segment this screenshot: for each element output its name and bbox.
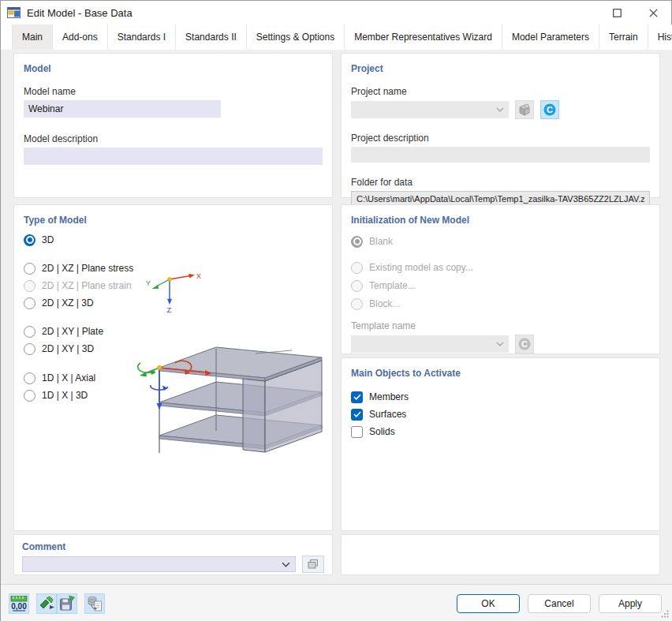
radio-circle — [351, 280, 363, 292]
comment-copy-button[interactable] — [302, 556, 324, 573]
maximize-button[interactable] — [599, 1, 635, 24]
checkbox-box — [351, 391, 363, 403]
model-name-label: Model name — [24, 86, 323, 97]
copy-from-model-button[interactable] — [84, 593, 105, 614]
project-heading: Project — [351, 63, 650, 74]
checkbox-members[interactable]: Members — [351, 390, 650, 404]
checkbox-surfaces[interactable]: Surfaces — [351, 407, 650, 421]
stamp-icon — [38, 595, 55, 612]
type-of-model-heading: Type of Model — [24, 215, 323, 226]
footer-bar: 0,00 — [1, 585, 672, 621]
set-as-default-button[interactable] — [36, 593, 57, 614]
project-archive-button — [515, 100, 534, 119]
main-objects-panel: Main Objects to Activate Members Surface… — [341, 357, 660, 531]
project-description-label: Project description — [351, 133, 650, 144]
project-name-dropdown — [351, 101, 509, 118]
model-heading: Model — [24, 63, 323, 74]
save-icon — [58, 595, 76, 612]
radio-circle — [351, 236, 363, 248]
project-manager-icon: C — [543, 103, 557, 117]
maximize-icon — [613, 9, 622, 17]
tab-standards-2[interactable]: Standards II — [176, 24, 247, 50]
checkbox-box — [351, 426, 363, 438]
svg-text:C: C — [547, 105, 553, 114]
tab-terrain[interactable]: Terrain — [599, 24, 648, 50]
comment-heading: Comment — [22, 541, 324, 552]
folder-for-data-label: Folder for data — [351, 177, 650, 188]
svg-text:X: X — [196, 272, 201, 280]
tab-standards-1[interactable]: Standards I — [108, 24, 176, 50]
radio-circle — [24, 372, 35, 384]
ok-button[interactable]: OK — [457, 594, 520, 613]
radio-circle — [351, 262, 363, 274]
window-title: Edit Model - Base Data — [27, 7, 133, 19]
svg-text:0,00: 0,00 — [11, 602, 27, 611]
checkbox-solids[interactable]: Solids — [351, 425, 650, 439]
type-of-model-panel: Type of Model 3D 2D | XZ | Plane stress … — [13, 204, 333, 531]
model-description-label: Model description — [24, 133, 323, 144]
radio-circle — [24, 390, 35, 402]
model-structure-illustration — [137, 336, 330, 456]
tab-add-ons[interactable]: Add-ons — [53, 24, 108, 50]
tab-main[interactable]: Main — [12, 24, 53, 50]
radio-circle — [24, 297, 35, 309]
model-description-input[interactable] — [24, 148, 323, 165]
cancel-button[interactable]: Cancel — [528, 594, 591, 613]
radio-circle — [24, 343, 35, 355]
resize-grip[interactable] — [661, 610, 669, 618]
template-name-dropdown — [351, 335, 509, 353]
radio-template: Template... — [351, 279, 650, 293]
radio-block: Block... — [351, 297, 650, 311]
template-manager-button: C — [515, 335, 534, 354]
close-button[interactable] — [635, 1, 671, 24]
app-icon — [7, 6, 21, 19]
svg-text:C: C — [521, 339, 528, 349]
tab-bar: Main Add-ons Standards I Standards II Se… — [1, 24, 671, 50]
template-name-label: Template name — [351, 320, 650, 331]
radio-circle — [24, 326, 35, 338]
save-as-template-button[interactable] — [57, 593, 77, 614]
units-settings-button[interactable]: 0,00 — [9, 593, 29, 614]
radio-circle — [24, 234, 35, 246]
comment-combobox[interactable] — [22, 556, 296, 572]
radio-circle — [24, 280, 35, 292]
tab-history[interactable]: History — [648, 24, 672, 50]
radio-circle — [24, 263, 35, 275]
database-copy-icon — [86, 595, 103, 612]
radio-blank: Blank — [351, 234, 650, 249]
close-icon — [649, 9, 658, 17]
initialization-heading: Initialization of New Model — [351, 215, 650, 226]
axis-triad-icon: X Y Z — [146, 268, 203, 314]
tab-member-representatives-wizard[interactable]: Member Representatives Wizard — [345, 24, 502, 50]
model-panel: Model Model name Model description — [13, 53, 333, 198]
radio-3d[interactable]: 3D — [24, 233, 323, 247]
radio-existing-model-as-copy: Existing model as copy... — [351, 260, 650, 275]
comment-panel: Comment — [13, 534, 333, 575]
copy-icon — [307, 559, 319, 570]
template-manager-icon: C — [517, 337, 532, 351]
project-name-label: Project name — [351, 86, 650, 97]
svg-text:Y: Y — [146, 279, 151, 287]
project-manager-button[interactable]: C — [540, 100, 559, 119]
empty-panel — [341, 534, 660, 575]
chevron-down-icon — [496, 107, 504, 112]
archive-box-icon — [517, 103, 532, 117]
apply-button[interactable]: Apply — [599, 594, 662, 613]
initialization-panel: Initialization of New Model Blank Existi… — [341, 204, 660, 354]
project-description-input — [351, 147, 650, 163]
checkbox-box — [351, 409, 363, 421]
project-panel: Project Project name — [341, 53, 660, 198]
svg-text:Z: Z — [167, 306, 172, 314]
dialog-content: Model Model name Model description Proje… — [1, 50, 672, 585]
tab-settings-options[interactable]: Settings & Options — [247, 24, 345, 50]
main-objects-heading: Main Objects to Activate — [351, 368, 650, 379]
edit-model-dialog: Edit Model - Base Data Main Add-ons Stan… — [0, 0, 672, 621]
check-icon — [353, 394, 361, 400]
radio-circle — [351, 298, 363, 310]
model-name-input[interactable] — [24, 100, 221, 118]
check-icon — [353, 411, 361, 417]
tab-model-parameters[interactable]: Model Parameters — [502, 24, 599, 50]
chevron-down-icon — [496, 342, 504, 346]
title-bar[interactable]: Edit Model - Base Data — [1, 1, 671, 24]
chevron-down-icon — [282, 562, 290, 567]
